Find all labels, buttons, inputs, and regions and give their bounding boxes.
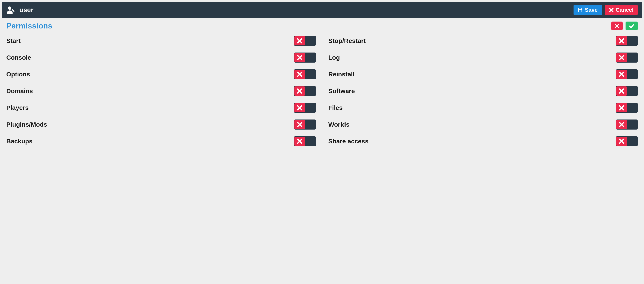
- permission-toggle-options[interactable]: [294, 69, 316, 79]
- toggle-knob: [616, 120, 627, 129]
- permission-row: Share access: [328, 133, 638, 150]
- permission-toggle-log[interactable]: [616, 52, 638, 63]
- permission-label: Stop/Restart: [328, 37, 616, 44]
- toggle-knob: [616, 86, 627, 96]
- deny-all-button[interactable]: [611, 21, 622, 30]
- section-head: Permissions: [6, 21, 638, 30]
- toggle-knob: [294, 36, 305, 45]
- permission-label: Options: [6, 71, 294, 78]
- permission-label: Console: [6, 54, 294, 61]
- permission-row: Plugins/Mods: [6, 116, 316, 133]
- permission-label: Domains: [6, 88, 294, 95]
- check-icon: [629, 24, 634, 28]
- toggle-knob: [294, 137, 305, 146]
- close-icon: [619, 122, 624, 127]
- toggle-knob: [294, 103, 305, 112]
- toggle-knob: [616, 137, 627, 146]
- toggle-knob: [616, 70, 627, 79]
- close-icon: [619, 88, 624, 94]
- header-actions: Save Cancel: [574, 4, 638, 15]
- permission-row: Files: [328, 99, 638, 116]
- permission-toggle-software[interactable]: [616, 86, 638, 96]
- permission-label: Share access: [328, 138, 616, 145]
- permission-label: Start: [6, 37, 294, 44]
- toggle-knob: [294, 70, 305, 79]
- cancel-button-label: Cancel: [616, 7, 634, 13]
- close-icon: [297, 122, 302, 127]
- permission-label: Backups: [6, 138, 294, 145]
- permission-row: Reinstall: [328, 66, 638, 83]
- close-icon: [297, 105, 302, 111]
- close-icon: [297, 72, 302, 77]
- user-edit-icon: [6, 6, 16, 14]
- close-icon: [297, 139, 302, 144]
- header-title: user: [19, 6, 34, 14]
- save-button[interactable]: Save: [574, 4, 602, 15]
- permission-toggle-stop-restart[interactable]: [616, 36, 638, 46]
- permission-row: Players: [6, 99, 316, 116]
- permission-label: Plugins/Mods: [6, 121, 294, 128]
- close-icon: [609, 8, 614, 12]
- close-icon: [619, 105, 624, 111]
- permission-row: Worlds: [328, 116, 638, 133]
- toggle-knob: [294, 120, 305, 129]
- toggle-knob: [294, 53, 305, 62]
- close-icon: [619, 55, 624, 60]
- svg-rect-1: [12, 9, 14, 12]
- close-icon: [615, 24, 619, 28]
- permission-toggle-backups[interactable]: [294, 136, 316, 146]
- permission-label: Reinstall: [328, 71, 616, 78]
- svg-rect-4: [579, 10, 582, 12]
- permission-toggle-domains[interactable]: [294, 86, 316, 96]
- permission-row: Domains: [6, 83, 316, 99]
- svg-rect-3: [579, 8, 581, 9]
- close-icon: [297, 38, 302, 43]
- permission-row: Options: [6, 66, 316, 83]
- permission-toggle-start[interactable]: [294, 36, 316, 46]
- permission-label: Log: [328, 54, 616, 61]
- permission-label: Software: [328, 88, 616, 95]
- permission-label: Worlds: [328, 121, 616, 128]
- header-bar: user Save Cancel: [2, 2, 642, 18]
- permission-row: Backups: [6, 133, 316, 150]
- permission-toggle-reinstall[interactable]: [616, 69, 638, 79]
- close-icon: [619, 38, 624, 43]
- permission-toggle-console[interactable]: [294, 52, 316, 63]
- permission-label: Files: [328, 104, 616, 111]
- permission-row: Start: [6, 32, 316, 49]
- permission-toggle-plugins-mods[interactable]: [294, 120, 316, 130]
- save-icon: [578, 7, 583, 12]
- close-icon: [297, 88, 302, 94]
- close-icon: [619, 72, 624, 77]
- permission-row: Stop/Restart: [328, 32, 638, 49]
- allow-all-button[interactable]: [626, 21, 638, 30]
- permissions-section: Permissions Start: [2, 18, 642, 150]
- header-left: user: [6, 6, 574, 14]
- cancel-button[interactable]: Cancel: [605, 4, 638, 15]
- permission-row: Software: [328, 83, 638, 99]
- permission-toggle-worlds[interactable]: [616, 120, 638, 130]
- section-actions: [611, 21, 638, 30]
- permission-row: Log: [328, 49, 638, 66]
- close-icon: [619, 139, 624, 144]
- permission-row: Console: [6, 49, 316, 66]
- toggle-knob: [616, 36, 627, 45]
- save-button-label: Save: [585, 7, 598, 13]
- section-title: Permissions: [6, 21, 611, 30]
- svg-point-0: [8, 6, 11, 10]
- permission-toggle-files[interactable]: [616, 103, 638, 113]
- permission-toggle-share-access[interactable]: [616, 136, 638, 146]
- toggle-knob: [616, 53, 627, 62]
- toggle-knob: [616, 103, 627, 112]
- permission-label: Players: [6, 104, 294, 111]
- permission-toggle-players[interactable]: [294, 103, 316, 113]
- permissions-grid: Start Stop/Restart Console: [6, 32, 638, 150]
- close-icon: [297, 55, 302, 60]
- toggle-knob: [294, 86, 305, 96]
